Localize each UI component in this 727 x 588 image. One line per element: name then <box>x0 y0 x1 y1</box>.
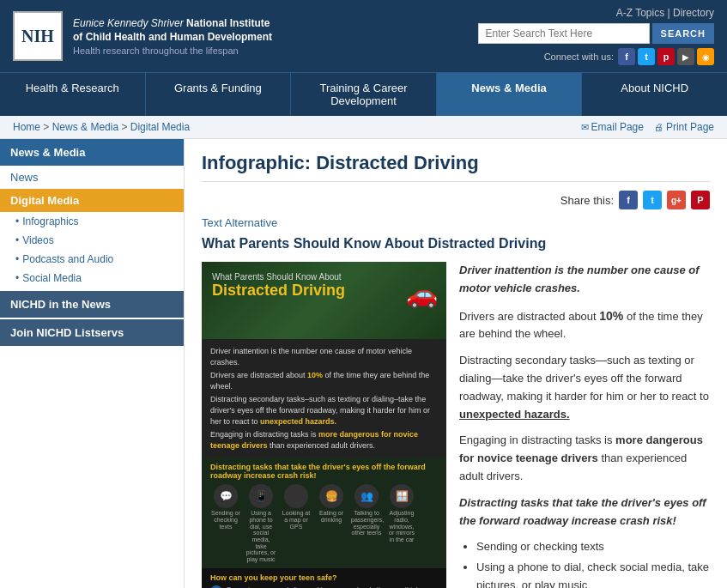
directory-link[interactable]: Directory <box>673 7 714 19</box>
breadcrumb-digital-media[interactable]: Digital Media <box>130 121 190 133</box>
text-content: Driver inattention is the number one cau… <box>459 262 710 588</box>
search-button[interactable]: SEARCH <box>652 23 714 44</box>
share-row: Share this: f t g+ P <box>202 191 710 209</box>
nav-item-health[interactable]: Health & Research <box>0 73 146 116</box>
page-title: Infographic: Distracted Driving <box>202 152 710 182</box>
nav-item-news-media[interactable]: News & Media <box>437 73 583 116</box>
pinterest-icon[interactable]: p <box>657 48 675 65</box>
connect-us: Connect with us: f t p ▶ ◉ <box>544 48 714 65</box>
az-topics-link[interactable]: A-Z Topics <box>616 7 664 19</box>
org-name-bold: National Institute <box>184 17 270 29</box>
twitter-icon[interactable]: t <box>638 48 655 65</box>
section-heading: What Parents Should Know About Distracte… <box>202 236 710 252</box>
main-layout: News & Media News Digital Media • Infogr… <box>0 139 727 588</box>
icon-passengers: 👥 Talking to passengers, especially othe… <box>351 484 382 563</box>
sidebar-sub-podcasts[interactable]: • Podcasts and Audio <box>0 250 184 269</box>
breadcrumb-home[interactable]: Home <box>13 121 40 133</box>
org-info: Eunice Kennedy Shriver National Institut… <box>73 16 272 56</box>
nih-logo: NIH <box>13 11 63 61</box>
share-facebook-icon[interactable]: f <box>619 191 638 209</box>
social-icons: f t p ▶ ◉ <box>618 48 714 65</box>
header-left: NIH Eunice Kennedy Shriver National Inst… <box>13 11 272 61</box>
rss-icon[interactable]: ◉ <box>697 48 714 65</box>
share-pinterest-icon[interactable]: P <box>691 191 710 209</box>
content-area: Infographic: Distracted Driving Share th… <box>185 139 727 588</box>
breadcrumb-bar: Home > News & Media > Digital Media ✉ Em… <box>0 116 727 139</box>
facebook-icon[interactable]: f <box>618 48 635 65</box>
nav-item-about[interactable]: About NICHD <box>582 73 727 116</box>
nav-item-grants[interactable]: Grants & Funding <box>146 73 292 116</box>
text-alternative-link[interactable]: Text Alternative <box>202 216 710 229</box>
sidebar-join-listservs[interactable]: Join NICHD Listservs <box>0 319 184 346</box>
search-input[interactable] <box>478 23 650 44</box>
breadcrumb-actions: ✉ Email Page 🖨 Print Page <box>581 121 714 133</box>
icon-phone: 📱 Using a phone to dial, use social medi… <box>245 484 276 563</box>
top-links: A-Z Topics | Directory <box>616 7 714 19</box>
list-item: Sending or checking texts <box>476 538 710 556</box>
sidebar-nichd-news[interactable]: NICHD in the News <box>0 291 184 318</box>
infographic-image-block: What Parents Should Know About Distracte… <box>202 262 446 588</box>
sidebar: News & Media News Digital Media • Infogr… <box>0 139 185 588</box>
icon-mirrors: 🪟 Adjusting radio, windows, or mirrors i… <box>386 484 417 563</box>
breadcrumb-news-media[interactable]: News & Media <box>52 121 118 133</box>
breadcrumb: Home > News & Media > Digital Media <box>13 121 190 133</box>
share-googleplus-icon[interactable]: g+ <box>667 191 686 209</box>
icon-food: 🍔 Eating or drinking <box>316 484 347 563</box>
site-header: NIH Eunice Kennedy Shriver National Inst… <box>0 0 727 72</box>
icon-texts: 💬 Sending or checking texts <box>210 484 241 563</box>
icon-map: 🗺 Looking at a map or GPS <box>281 484 312 563</box>
org-name: Eunice Kennedy Shriver National Institut… <box>73 16 272 31</box>
sidebar-sub-social-media[interactable]: • Social Media <box>0 269 184 288</box>
bullet-list: Sending or checking texts Using a phone … <box>476 538 710 588</box>
org-tagline: Health research throughout the lifespan <box>73 45 272 56</box>
infographic-layout: What Parents Should Know About Distracte… <box>202 262 710 588</box>
nav-item-training[interactable]: Training & Career Development <box>291 73 437 116</box>
infographic-subtitle: What Parents Should Know About <box>212 272 436 282</box>
main-nav: Health & Research Grants & Funding Train… <box>0 72 727 116</box>
search-bar: SEARCH <box>478 23 714 44</box>
share-label: Share this: <box>560 194 614 207</box>
sidebar-sub-infographics[interactable]: • Infographics <box>0 212 184 231</box>
list-item: Using a phone to dial, check social medi… <box>476 559 710 588</box>
sidebar-sub-videos[interactable]: • Videos <box>0 231 184 250</box>
print-page-link[interactable]: 🖨 Print Page <box>654 121 714 133</box>
sidebar-section-news-media[interactable]: News & Media <box>0 139 184 166</box>
sidebar-item-digital-media[interactable]: Digital Media <box>0 189 184 212</box>
email-page-link[interactable]: ✉ Email Page <box>581 121 644 133</box>
sidebar-item-news[interactable]: News <box>0 166 184 189</box>
org-line2: of Child Health and Human Development <box>73 31 272 43</box>
header-right: A-Z Topics | Directory SEARCH Connect wi… <box>478 7 714 65</box>
infographic-main-title: Distracted Driving <box>212 282 436 300</box>
youtube-icon[interactable]: ▶ <box>677 48 694 65</box>
share-twitter-icon[interactable]: t <box>643 191 662 209</box>
org-name-plain: Eunice Kennedy Shriver <box>73 17 184 29</box>
